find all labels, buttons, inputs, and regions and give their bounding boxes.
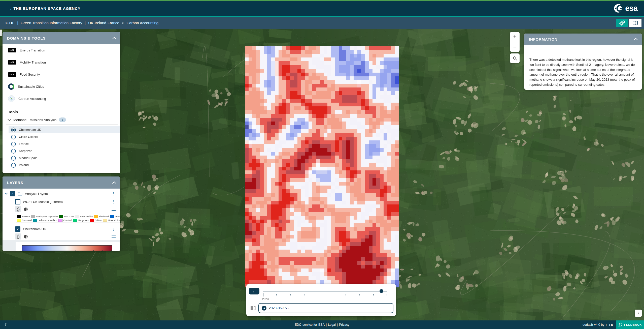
map-zoom-control: + −	[510, 32, 520, 52]
tool-option-france[interactable]: France	[9, 140, 120, 147]
domain-item-food-security[interactable]: UCL Food Security	[3, 68, 120, 80]
checkbox-checked-icon[interactable]: ✓	[10, 191, 15, 196]
kebab-menu-icon[interactable]: ⋮	[112, 192, 116, 196]
zoom-out-button[interactable]: −	[510, 42, 520, 52]
legend-item: Snow and ice	[75, 215, 93, 218]
checkbox-checked-icon[interactable]: ✓	[15, 226, 20, 232]
eodash-link[interactable]: eodash	[583, 323, 593, 326]
timeline-slider-knob[interactable]	[380, 289, 383, 293]
map-search-button[interactable]	[510, 53, 520, 63]
teal-divider	[0, 16, 644, 17]
open-book-icon	[632, 20, 638, 26]
chevron-up-icon[interactable]	[634, 38, 638, 42]
legal-link[interactable]: Legal	[328, 323, 336, 326]
domain-item-carbon-accounting[interactable]: Carbon Accounting	[3, 93, 120, 105]
esa-header-title[interactable]: → THE EUROPEAN SPACE AGENCY	[8, 6, 81, 11]
legend-swatch	[90, 219, 94, 222]
wc21-legend: No Data Bare/sparse vegetation Tree cove…	[16, 214, 120, 223]
tool-option-madrid-spain[interactable]: Madrid Spain	[9, 155, 120, 162]
documentation-button[interactable]	[629, 19, 641, 27]
breadcrumb-region[interactable]: UK-Ireland-France	[88, 21, 119, 25]
information-panel-header[interactable]: INFORMATION	[524, 34, 642, 45]
domain-label: Energy Transition	[20, 48, 45, 52]
divider	[6, 125, 118, 125]
domains-panel-title: DOMAINS & TOOLS	[7, 36, 46, 40]
radio-icon[interactable]	[11, 135, 16, 139]
chevron-down-icon[interactable]	[5, 191, 8, 195]
legend-swatch	[33, 219, 37, 222]
timeline-back-button[interactable]: ←	[249, 288, 259, 294]
methane-analysis-group[interactable]: Methane Emissions Analysis 6	[8, 117, 120, 122]
drag-handle-icon[interactable]	[112, 235, 116, 238]
esa-link[interactable]: ESA	[318, 323, 325, 326]
tool-option-cheltenham-uk[interactable]: Cheltenham UK	[9, 126, 120, 133]
timeline-tick	[387, 294, 387, 295]
dark-mode-moon-icon[interactable]: ☾	[5, 322, 8, 327]
domain-label: Sustainable Cities	[18, 85, 44, 88]
methane-heatmap-overlay[interactable]	[245, 46, 399, 287]
timeline-slider-track[interactable]	[263, 291, 387, 291]
layer-group-analysis-layers[interactable]: ✓ Analysis Layers ⋮	[5, 191, 118, 196]
legend-swatch	[94, 215, 98, 218]
legend-item: Bare/sparse vegetation	[31, 215, 58, 218]
domain-label: Mobility Transition	[20, 61, 46, 64]
tool-option-korpezhe[interactable]: Korpezhe	[9, 147, 120, 155]
separator: |	[326, 323, 327, 326]
checkbox-unchecked-icon[interactable]	[15, 199, 20, 204]
layers-panel-header[interactable]: LAYERS	[3, 176, 120, 189]
sidebar-scrollbar[interactable]	[0, 29, 2, 36]
previous-date-button[interactable]: ◀	[262, 306, 266, 311]
information-body: There was a detected methane leak in thi…	[524, 45, 642, 87]
story-mode-button[interactable]	[616, 19, 628, 27]
legend-swatch	[110, 215, 114, 218]
chevron-up-icon[interactable]	[112, 181, 116, 185]
domain-item-energy-transition[interactable]: UCL Energy Transition	[3, 44, 120, 56]
domains-panel-header[interactable]: DOMAINS & TOOLS	[3, 32, 120, 44]
count-badge: 6	[59, 117, 66, 122]
legend-item: Grassland	[17, 219, 32, 222]
legend-swatch	[17, 219, 21, 222]
chevron-down-icon[interactable]	[8, 117, 12, 121]
radio-icon[interactable]	[11, 156, 16, 161]
gtif-brand[interactable]: GTIF	[6, 21, 15, 25]
drag-handle-icon[interactable]	[112, 208, 116, 211]
esa-logo[interactable]: esa	[614, 3, 637, 14]
transparency-icon[interactable]	[24, 207, 28, 212]
feedback-label: FEEDBACK	[624, 323, 642, 326]
radio-icon[interactable]	[11, 149, 16, 154]
layer-row-wc21[interactable]: WC21 UK Mosaic (Filtered) ⋮	[15, 199, 118, 204]
opacity-droplet-icon[interactable]	[15, 206, 21, 212]
compare-toggle-icon[interactable]	[250, 305, 256, 313]
breadcrumb-separator: |	[17, 21, 18, 25]
map-info-button[interactable]: i	[635, 310, 642, 317]
breadcrumb-factory[interactable]: Green Transition Information Factory	[21, 21, 82, 25]
legend-swatch	[31, 215, 35, 218]
feedback-person-icon	[618, 323, 622, 327]
information-panel: INFORMATION There was a detected methane…	[524, 34, 642, 90]
timeline-major-tick	[263, 293, 263, 296]
transparency-icon[interactable]	[24, 234, 28, 239]
date-range-input[interactable]: ◀ 2023-06-15 -	[258, 303, 393, 313]
timeline-tick	[318, 294, 318, 295]
breadcrumb: GTIF | Green Transition Information Fact…	[6, 21, 158, 25]
zoom-in-button[interactable]: +	[510, 32, 520, 42]
privacy-link[interactable]: Privacy	[339, 323, 349, 326]
radio-selected-icon[interactable]	[11, 128, 16, 132]
kebab-menu-icon[interactable]: ⋮	[112, 227, 116, 231]
domains-tools-panel: DOMAINS & TOOLS UCL Energy Transition UC…	[3, 32, 120, 173]
layer-row-cheltenham[interactable]: ✓ Cheltenham UK ⋮	[15, 226, 118, 232]
radio-icon[interactable]	[11, 142, 16, 146]
radio-icon[interactable]	[11, 163, 16, 168]
timeline-tick	[346, 294, 346, 295]
feedback-button[interactable]: FEEDBACK	[616, 320, 644, 329]
edc-link[interactable]: EDC	[295, 323, 301, 326]
opacity-droplet-icon[interactable]	[15, 233, 21, 240]
tool-option-claire-oilfield[interactable]: Claire Oilfield	[9, 133, 120, 140]
gears-icon	[619, 20, 625, 26]
chevron-up-icon[interactable]	[112, 37, 116, 41]
domain-item-mobility-transition[interactable]: UCL Mobility Transition	[3, 56, 120, 68]
domain-item-sustainable-cities[interactable]: Sustainable Cities	[3, 80, 120, 93]
timeline-tick	[290, 294, 291, 295]
kebab-menu-icon[interactable]: ⋮	[112, 200, 116, 204]
tool-option-poland[interactable]: Poland	[9, 162, 120, 169]
